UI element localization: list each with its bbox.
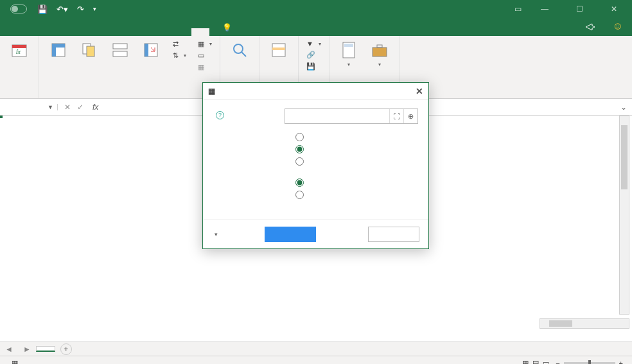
name-box[interactable]: ▼ [0, 104, 58, 110]
expand-range-button[interactable]: ⊕ [403, 109, 417, 123]
range-input-group: ⛶ ⊕ [285, 108, 418, 124]
swap-button[interactable]: ⇄ [170, 39, 189, 49]
tab-developer[interactable] [155, 28, 173, 36]
zoom-out-button[interactable]: − [556, 360, 559, 365]
tab-formulas[interactable] [83, 28, 101, 36]
find-broken-links-button[interactable]: 🔗 [304, 49, 324, 60]
ribbon-group-datetime: fx [0, 36, 39, 98]
minimize-button[interactable]: — [533, 4, 556, 13]
dialog-title-icon: ▦ [208, 87, 215, 96]
svg-rect-17 [344, 44, 353, 47]
help-icon[interactable]: ? [216, 111, 224, 119]
transpose-button[interactable] [137, 39, 165, 94]
swap-icon: ⇄ [173, 40, 179, 48]
svg-rect-5 [52, 44, 56, 56]
close-button[interactable]: ✕ [602, 4, 626, 13]
toolbox-icon [369, 40, 390, 60]
qat-dropdown-icon[interactable]: ▾ [93, 6, 96, 12]
save-selection-button[interactable]: 💾 [304, 61, 324, 72]
create-cards-button[interactable] [75, 39, 103, 94]
share-button[interactable] [575, 18, 604, 36]
transpose-submit-button[interactable] [265, 227, 316, 242]
sheet-nav-prev[interactable]: ◄ [0, 345, 18, 354]
tab-ablebits-tools[interactable] [191, 28, 209, 36]
select-by-button[interactable] [265, 39, 293, 87]
undo-icon[interactable]: ↶▾ [57, 4, 68, 14]
svg-text:fx: fx [16, 49, 21, 55]
date-time-wizard-button[interactable]: fx [5, 39, 33, 94]
svg-point-12 [234, 44, 243, 53]
zoom-slider[interactable] [564, 362, 615, 365]
quick-access-toolbar: 💾 ↶▾ ↷ ▾ [37, 4, 96, 14]
selection-border [0, 116, 3, 118]
view-page-layout-icon[interactable]: ▤ [532, 359, 539, 364]
tellme-search[interactable]: 💡 [215, 19, 242, 36]
unpivot-icon [48, 40, 69, 60]
select-icon [268, 40, 289, 60]
flip-icon: ⇅ [173, 51, 179, 60]
radio-new-workbook[interactable] [295, 191, 418, 199]
radio-new-worksheet[interactable] [295, 178, 418, 187]
calculate-button[interactable]: ▾ [335, 39, 363, 87]
radio-paste-links[interactable] [295, 157, 418, 166]
delete-blanks-icon: ▦ [198, 40, 204, 48]
fill-blank-cells-button[interactable]: ▦ [195, 62, 215, 73]
lightbulb-icon: 💡 [222, 23, 232, 32]
calendar-icon: fx [9, 40, 30, 60]
view-normal-icon[interactable]: ▦ [522, 359, 529, 364]
flip-button[interactable]: ⇅▾ [170, 50, 189, 61]
ribbon-display-icon[interactable]: ▭ [514, 4, 522, 13]
macro-record-icon[interactable]: ▦ [12, 359, 18, 364]
fill-blank-icon: ▦ [198, 63, 204, 71]
select-range-picker-button[interactable]: ⛶ [389, 109, 403, 123]
save-icon[interactable]: 💾 [37, 4, 48, 14]
calculator-icon [338, 40, 359, 60]
tab-page-layout[interactable] [66, 28, 83, 36]
transpose-range-dialog: ▦ ✕ ? ⛶ ⊕ [202, 82, 429, 249]
chevron-down-icon[interactable]: ▼ [48, 104, 53, 110]
tab-view[interactable] [137, 28, 155, 36]
horizontal-scrollbar[interactable] [540, 318, 629, 329]
svg-rect-7 [87, 46, 94, 56]
split-names-button[interactable]: ▭ [195, 50, 215, 61]
sheet-tab-june[interactable] [36, 346, 55, 352]
cancel-button[interactable] [368, 227, 419, 242]
cancel-formula-icon[interactable]: ✕ [64, 103, 71, 112]
redo-icon[interactable]: ↷ [77, 4, 84, 14]
tab-insert[interactable] [48, 28, 66, 36]
tab-review[interactable] [119, 28, 137, 36]
svg-rect-19 [377, 45, 382, 48]
sheet-nav-next[interactable]: ► [18, 345, 36, 354]
split-table-button[interactable] [106, 39, 134, 94]
status-bar: ▦ ▦ ▤ ▭ − + [0, 356, 632, 364]
tab-ablebits-data[interactable] [173, 28, 191, 36]
range-input[interactable] [285, 109, 389, 123]
delete-blanks-button[interactable]: ▦▾ [195, 39, 215, 49]
utilities-button[interactable]: ▾ [365, 39, 394, 87]
dialog-close-button[interactable]: ✕ [416, 86, 423, 96]
fx-label[interactable]: fx [92, 103, 98, 112]
unpivot-table-button[interactable] [44, 39, 73, 94]
radio-paste-all[interactable] [295, 133, 418, 141]
view-page-break-icon[interactable]: ▭ [543, 359, 549, 364]
zoom-in-button[interactable]: + [619, 360, 623, 365]
maximize-button[interactable]: ☐ [568, 4, 591, 13]
enter-formula-icon[interactable]: ✓ [77, 103, 83, 112]
find-and-button[interactable] [225, 39, 254, 87]
filter-button[interactable]: ▼▾ [304, 39, 324, 49]
radio-paste-values[interactable] [295, 145, 418, 153]
titlebar: 💾 ↶▾ ↷ ▾ ▭ — ☐ ✕ [0, 0, 632, 18]
save-selection-icon: 💾 [306, 62, 315, 71]
expand-formula-bar-icon[interactable]: ⌄ [615, 103, 632, 112]
tab-home[interactable] [30, 28, 48, 36]
svg-rect-18 [373, 48, 387, 56]
feedback-button[interactable]: ☺ [604, 17, 632, 36]
autosave-switch[interactable] [10, 4, 27, 13]
dialog-titlebar[interactable]: ▦ ✕ [203, 83, 428, 100]
tab-file[interactable] [12, 28, 30, 36]
ablebits-brand[interactable]: ▾ [212, 231, 218, 238]
vertical-scrollbar[interactable] [619, 116, 629, 315]
tab-data[interactable] [101, 28, 119, 36]
autosave-toggle[interactable] [8, 4, 30, 13]
add-sheet-button[interactable]: + [60, 343, 72, 355]
